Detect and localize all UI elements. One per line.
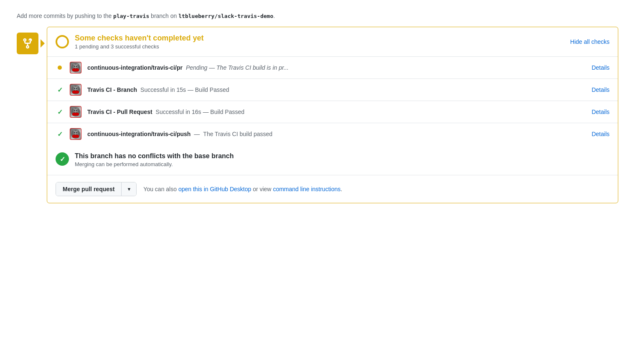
- branch-name: play-travis: [113, 13, 149, 19]
- merge-status-title: This branch has no conflicts with the ba…: [75, 152, 234, 160]
- check-row: ✓ Travis CI - Pull Request Successful in…: [47, 101, 618, 123]
- svg-point-24: [76, 132, 77, 134]
- hide-all-checks-link[interactable]: Hide all checks: [570, 38, 610, 45]
- details-link[interactable]: Details: [592, 109, 610, 115]
- svg-point-2: [74, 66, 75, 67]
- merge-action-text: You can also open this in GitHub Desktop…: [143, 186, 342, 192]
- travis-avatar: [70, 128, 81, 140]
- check-row: continuous-integration/travis-ci/pr Pend…: [47, 57, 618, 79]
- svg-rect-27: [76, 130, 78, 131]
- merge-status-row: ✓ This branch has no conflicts with the …: [47, 145, 618, 175]
- check-info: Travis CI - Branch Successful in 15s — B…: [87, 86, 586, 93]
- travis-logo-svg: [71, 63, 80, 72]
- svg-rect-6: [76, 64, 78, 65]
- svg-rect-25: [72, 135, 79, 138]
- check-row: ✓ Travis CI - Branch Successful in 15s —…: [47, 79, 618, 101]
- details-link[interactable]: Details: [592, 86, 610, 93]
- travis-logo-svg: [71, 107, 80, 116]
- check-info: Travis CI - Pull Request Successful in 1…: [87, 109, 586, 115]
- checks-title-group: Some checks haven't completed yet 1 pend…: [75, 34, 203, 50]
- check-status-icon: ✓: [56, 108, 64, 116]
- check-name: Travis CI - Pull Request: [87, 109, 152, 115]
- details-link[interactable]: Details: [592, 64, 610, 71]
- travis-avatar: [70, 84, 81, 96]
- checks-subtitle: 1 pending and 3 successful checks: [75, 43, 203, 50]
- check-info: continuous-integration/travis-ci/pr Pend…: [87, 64, 586, 71]
- svg-point-10: [76, 88, 77, 89]
- arrow-connector: [38, 33, 47, 54]
- repo-name: ltblueberry/slack-travis-demo: [178, 13, 273, 19]
- check-name: continuous-integration/travis-ci/push: [87, 131, 190, 137]
- merge-status-subtitle: Merging can be performed automatically.: [75, 161, 234, 167]
- svg-point-3: [76, 66, 77, 67]
- svg-rect-11: [72, 91, 79, 94]
- checks-header: Some checks haven't completed yet 1 pend…: [47, 27, 618, 57]
- checks-header-left: Some checks haven't completed yet 1 pend…: [56, 34, 203, 50]
- travis-logo-svg: [71, 85, 80, 94]
- check-row: ✓ continuous-integration/travis-ci/push …: [47, 123, 618, 145]
- check-name: Travis CI - Branch: [87, 86, 137, 93]
- check-status-icon: ✓: [56, 86, 64, 94]
- check-desc: Successful in 16s — Build Passed: [156, 109, 244, 115]
- svg-rect-26: [73, 130, 75, 131]
- check-status-icon: [56, 66, 64, 70]
- merge-status-text: This branch has no conflicts with the ba…: [75, 152, 234, 167]
- checks-panel: Some checks haven't completed yet 1 pend…: [47, 27, 618, 203]
- merge-pull-request-button[interactable]: Merge pull request: [56, 182, 121, 196]
- check-info: continuous-integration/travis-ci/push — …: [87, 131, 586, 137]
- success-check-icon: ✓: [57, 86, 63, 94]
- svg-rect-13: [76, 86, 78, 87]
- travis-avatar: [70, 62, 81, 73]
- pending-dot-icon: [58, 66, 62, 70]
- check-status-icon: ✓: [56, 130, 64, 138]
- travis-logo-svg: [71, 129, 80, 139]
- pr-container: Some checks haven't completed yet 1 pend…: [17, 27, 618, 203]
- details-link[interactable]: Details: [592, 131, 610, 137]
- svg-point-23: [74, 132, 75, 134]
- top-message: Add more commits by pushing to the play-…: [17, 13, 618, 19]
- success-check-icon: ✓: [57, 130, 63, 138]
- merge-dropdown-button[interactable]: ▼: [121, 182, 136, 196]
- open-desktop-link[interactable]: open this in GitHub Desktop: [178, 186, 251, 192]
- check-name: continuous-integration/travis-ci/pr: [87, 64, 183, 71]
- merge-button-group: Merge pull request ▼: [56, 182, 137, 196]
- svg-rect-20: [76, 108, 78, 109]
- checks-title: Some checks haven't completed yet: [75, 34, 203, 43]
- pending-circle-icon: [56, 35, 69, 48]
- check-rows-container: continuous-integration/travis-ci/pr Pend…: [47, 57, 618, 145]
- travis-avatar: [70, 106, 81, 118]
- check-desc: Pending — The Travis CI build is in pr..…: [186, 64, 289, 71]
- command-line-link[interactable]: command line instructions: [273, 186, 340, 192]
- svg-rect-19: [73, 108, 75, 109]
- svg-point-17: [76, 110, 77, 111]
- check-desc: The Travis CI build passed: [203, 131, 272, 137]
- success-check-icon: ✓: [57, 108, 63, 116]
- merge-icon: [22, 38, 33, 49]
- green-check-circle-icon: ✓: [56, 152, 69, 166]
- svg-rect-12: [73, 86, 75, 87]
- svg-rect-18: [72, 113, 79, 116]
- svg-rect-4: [72, 68, 79, 71]
- svg-point-9: [74, 88, 75, 89]
- merge-icon-box: [17, 33, 38, 54]
- merge-action-row: Merge pull request ▼ You can also open t…: [47, 175, 618, 203]
- svg-point-16: [74, 110, 75, 111]
- svg-rect-5: [73, 64, 75, 65]
- check-desc: Successful in 15s — Build Passed: [140, 86, 229, 93]
